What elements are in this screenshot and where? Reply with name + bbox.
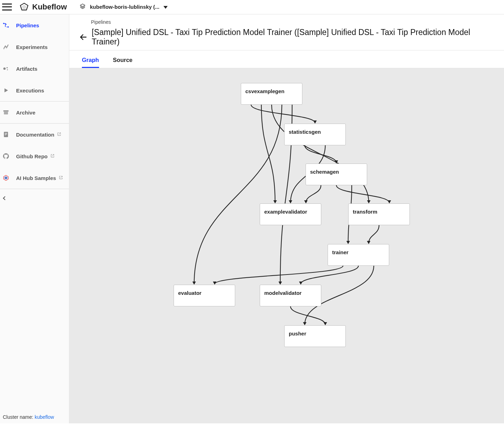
brand-label: Kubeflow — [32, 2, 67, 12]
sidebar-item-experiments[interactable]: Experiments — [0, 36, 69, 58]
svg-marker-26 — [387, 200, 391, 203]
svg-marker-27 — [346, 241, 350, 244]
graph-node-label: modelvalidator — [264, 290, 302, 296]
tab-source[interactable]: Source — [113, 57, 133, 68]
graph-node-label: schemagen — [310, 169, 339, 175]
sidebar: PipelinesExperimentsArtifactsExecutions … — [0, 14, 69, 423]
svg-point-17 — [6, 178, 7, 179]
artifacts-icon — [2, 65, 10, 72]
namespace-selector[interactable]: kubeflow-boris-lublinsky (... — [79, 3, 168, 11]
graph-edge-csvexamplegen-to-examplevalidator — [261, 105, 275, 203]
archive-icon — [2, 109, 10, 116]
svg-marker-28 — [367, 241, 370, 244]
svg-marker-8 — [5, 88, 8, 92]
graph-node-csvexamplegen[interactable]: csvexamplegen — [241, 83, 302, 105]
graph-edge-trainer-to-evaluator — [215, 266, 343, 284]
collapse-sidebar-button[interactable] — [0, 189, 69, 207]
brand[interactable]: Kubeflow — [20, 2, 67, 12]
sidebar-item-artifacts[interactable]: Artifacts — [0, 58, 69, 79]
cluster-name: Cluster name: kubeflow — [3, 414, 54, 420]
tab-graph[interactable]: Graph — [82, 57, 99, 68]
graph-node-statisticsgen[interactable]: statisticsgen — [284, 124, 346, 145]
sidebar-item-label: Archive — [16, 110, 35, 116]
cluster-prefix: Cluster name: — [3, 414, 35, 420]
svg-marker-21 — [192, 282, 196, 285]
graph-node-label: examplevalidator — [264, 209, 307, 215]
external-link-icon — [50, 154, 55, 159]
executions-icon — [2, 86, 10, 94]
graph-node-label: evaluator — [178, 290, 202, 296]
pipelines-icon — [2, 21, 10, 29]
sidebar-item-archive[interactable]: Archive — [0, 102, 69, 123]
svg-point-4 — [8, 26, 9, 27]
graph-node-label: statisticsgen — [289, 129, 321, 135]
svg-point-7 — [7, 69, 8, 70]
kubeflow-logo-icon — [20, 2, 29, 12]
page-title: [Sample] Unified DSL - Taxi Tip Predicti… — [92, 28, 494, 47]
graph-node-transform[interactable]: transform — [348, 203, 410, 225]
svg-marker-19 — [273, 200, 277, 203]
sidebar-item-label: AI Hub Samples — [16, 175, 56, 181]
svg-rect-10 — [4, 112, 8, 115]
tabs: GraphSource — [69, 50, 504, 68]
graph-node-schemagen[interactable]: schemagen — [306, 164, 367, 185]
graph-node-trainer[interactable]: trainer — [328, 244, 389, 266]
namespace-label: kubeflow-boris-lublinsky (... — [90, 4, 159, 10]
svg-marker-1 — [22, 5, 27, 9]
documentation-icon — [2, 131, 10, 138]
svg-rect-11 — [4, 132, 8, 137]
svg-rect-13 — [5, 134, 7, 134]
breadcrumb-parent[interactable]: Pipelines — [91, 19, 494, 25]
aihub-icon — [2, 174, 10, 182]
sidebar-item-executions[interactable]: Executions — [0, 79, 69, 101]
sidebar-item-label: Artifacts — [16, 66, 37, 72]
graph-edge-trainer-to-modelvalidator — [301, 266, 358, 284]
sidebar-item-label: Pipelines — [16, 22, 39, 28]
graph-node-examplevalidator[interactable]: examplevalidator — [260, 203, 321, 225]
external-link-icon — [59, 175, 63, 181]
namespace-icon — [79, 3, 90, 11]
svg-marker-22 — [279, 282, 282, 285]
graph-node-modelvalidator[interactable]: modelvalidator — [260, 285, 321, 306]
svg-marker-31 — [303, 322, 307, 325]
sidebar-item-label: Executions — [16, 88, 44, 93]
svg-rect-9 — [4, 110, 9, 111]
graph-node-evaluator[interactable]: evaluator — [174, 285, 235, 306]
svg-rect-12 — [5, 133, 7, 133]
svg-marker-30 — [299, 282, 302, 285]
chevron-down-icon — [163, 4, 168, 10]
experiments-icon — [2, 43, 10, 51]
sidebar-item-label: Experiments — [16, 44, 48, 50]
svg-point-5 — [4, 68, 6, 70]
topbar: Kubeflow kubeflow-boris-lublinsky (... — [0, 0, 504, 14]
graph-node-label: csvexamplegen — [245, 88, 285, 94]
sidebar-item-github-repo[interactable]: Github Repo — [0, 145, 69, 167]
svg-marker-32 — [323, 322, 327, 325]
github-icon — [2, 152, 10, 160]
svg-marker-24 — [289, 200, 292, 203]
svg-marker-29 — [213, 282, 216, 285]
graph-edge-schemagen-to-examplevalidator — [306, 185, 321, 203]
graph-node-pusher[interactable]: pusher — [284, 325, 346, 347]
graph-edge-csvexamplegen-to-evaluator — [194, 105, 282, 284]
svg-marker-2 — [163, 6, 168, 9]
sidebar-item-label: Documentation — [16, 132, 54, 138]
graph-edge-schemagen-to-transform — [336, 185, 389, 203]
graph-node-label: pusher — [289, 331, 306, 337]
svg-rect-14 — [5, 135, 6, 135]
pipeline-graph-canvas[interactable]: csvexamplegenstatisticsgenschemagenexamp… — [69, 68, 504, 423]
graph-edge-modelvalidator-to-pusher — [290, 306, 325, 325]
cluster-link[interactable]: kubeflow — [35, 414, 54, 420]
svg-point-3 — [3, 23, 4, 24]
sidebar-item-aihub-samples[interactable]: AI Hub Samples — [0, 167, 69, 189]
graph-node-label: transform — [353, 209, 377, 215]
main: Pipelines [Sample] Unified DSL - Taxi Ti… — [69, 14, 504, 423]
back-button[interactable] — [79, 33, 88, 41]
sidebar-item-pipelines[interactable]: Pipelines — [0, 14, 69, 36]
external-link-icon — [57, 132, 61, 137]
graph-edge-csvexamplegen-to-statisticsgen — [251, 105, 315, 123]
sidebar-item-documentation[interactable]: Documentation — [0, 124, 69, 145]
menu-button[interactable] — [2, 4, 12, 11]
svg-marker-18 — [313, 120, 317, 124]
graph-node-label: trainer — [332, 249, 349, 255]
